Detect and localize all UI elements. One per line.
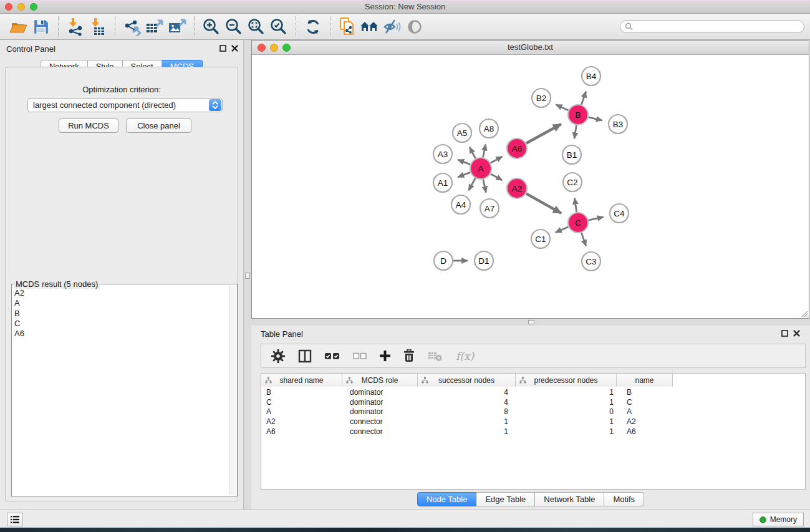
graph-edge-A-A1[interactable]	[458, 172, 470, 177]
export-image-icon[interactable]	[166, 16, 188, 38]
column-header-MCDS-role[interactable]: MCDS role	[342, 374, 418, 387]
graph-edge-A6-B[interactable]	[526, 124, 561, 143]
tab-node-table[interactable]: Node Table	[417, 492, 477, 506]
home-view-icon[interactable]	[359, 16, 381, 38]
refresh-layout-icon[interactable]	[302, 16, 324, 38]
export-table-icon[interactable]	[143, 16, 166, 38]
resize-grip-icon[interactable]	[801, 310, 808, 317]
graph-edge-A2-C[interactable]	[526, 193, 561, 213]
table-row[interactable]: A2connector11A2	[261, 417, 805, 427]
table-cell: 1	[516, 388, 617, 397]
settings-gear-icon[interactable]	[271, 349, 285, 363]
float-panel-icon[interactable]	[781, 330, 788, 337]
table-cell: 4	[418, 388, 516, 397]
show-all-icon[interactable]	[403, 16, 426, 38]
tab-motifs[interactable]: Motifs	[604, 492, 644, 506]
result-item[interactable]: A6	[14, 329, 228, 339]
export-network-icon[interactable]	[121, 16, 143, 38]
result-scrollbar[interactable]	[229, 286, 236, 495]
import-table-icon[interactable]	[87, 16, 109, 38]
table-cell: 1	[516, 417, 617, 426]
table-row[interactable]: Cdominator41C	[261, 397, 805, 407]
graph-edge-C-C4[interactable]	[589, 217, 604, 220]
graph-node-label: C1	[535, 235, 546, 244]
tab-network-table[interactable]: Network Table	[535, 492, 604, 506]
delete-column-icon[interactable]	[403, 349, 415, 362]
network-canvas[interactable]: AA6A2BCA5A8A3A1A4A7B2B4B3B1C2C4C1C3DD1	[252, 55, 809, 318]
task-history-button[interactable]	[7, 513, 23, 526]
import-network-icon[interactable]	[64, 16, 87, 38]
add-column-icon[interactable]	[380, 351, 390, 361]
network-view-window: testGlobe.txt AA6A2BCA5A8A3A1A4A7B2B4B3B…	[251, 40, 809, 319]
table-row[interactable]: Adominator80A	[261, 407, 805, 417]
graph-edge-C-C1[interactable]	[556, 227, 569, 233]
run-mcds-button[interactable]: Run MCDS	[59, 118, 118, 133]
function-builder-icon: f(x)	[456, 350, 474, 362]
graph-edge-A-A3[interactable]	[458, 160, 470, 164]
splitter-grip[interactable]	[528, 320, 534, 324]
table-cell: A2	[617, 417, 673, 426]
tab-edge-table[interactable]: Edge Table	[476, 492, 535, 506]
zoom-selected-icon[interactable]	[268, 16, 290, 38]
graph-edge-A-A2[interactable]	[491, 174, 503, 180]
graph-edge-B-B1[interactable]	[574, 125, 576, 139]
table-cell: 4	[418, 398, 516, 407]
table-cell: A	[617, 407, 673, 416]
table-cell: 0	[516, 407, 617, 416]
close-panel-button[interactable]: Close panel	[126, 118, 191, 133]
zoom-in-icon[interactable]	[200, 16, 223, 38]
mcds-result-box: MCDS result (5 nodes) A2ABCA6	[11, 284, 238, 496]
result-item[interactable]: A2	[14, 288, 228, 298]
graph-edge-A-A5[interactable]	[470, 147, 476, 158]
select-all-check-icon[interactable]	[325, 352, 340, 360]
memory-button[interactable]: Memory	[753, 513, 804, 526]
table-row[interactable]: A6connector11A6	[261, 427, 805, 437]
zoom-out-icon[interactable]	[223, 16, 245, 38]
table-cell: 8	[418, 407, 516, 416]
graph-edge-C-C2[interactable]	[575, 198, 577, 212]
search-input[interactable]	[620, 20, 804, 33]
open-session-icon[interactable]	[7, 16, 30, 38]
vertical-splitter[interactable]	[244, 40, 251, 510]
float-panel-icon[interactable]	[219, 45, 226, 52]
graph-node-label: B3	[613, 120, 624, 129]
hide-selected-icon[interactable]	[381, 16, 403, 38]
result-item[interactable]: B	[14, 309, 228, 319]
new-network-from-selection-icon[interactable]	[336, 16, 359, 38]
graph-edge-A-A4[interactable]	[469, 178, 476, 190]
graph-node-label: C	[575, 218, 581, 228]
list-icon	[11, 516, 19, 523]
graph-edge-A-A7[interactable]	[483, 180, 486, 193]
graph-edge-B-B4[interactable]	[581, 92, 586, 105]
attribute-type-icon	[422, 377, 428, 384]
graph-edge-A-A6[interactable]	[491, 157, 503, 163]
close-panel-icon[interactable]	[793, 330, 800, 337]
horizontal-splitter[interactable]	[251, 319, 810, 326]
graph-edge-C-C3[interactable]	[581, 233, 586, 246]
splitter-grip[interactable]	[245, 273, 250, 279]
zoom-fit-icon[interactable]	[245, 16, 268, 38]
table-row[interactable]: Bdominator41B	[261, 387, 805, 397]
result-item[interactable]: A	[14, 298, 228, 308]
criterion-select[interactable]: largest connected component (directed)	[27, 98, 223, 112]
column-header-name[interactable]: name	[617, 374, 673, 387]
table-cell: C	[617, 398, 673, 407]
close-panel-icon[interactable]	[231, 45, 238, 52]
column-header-shared-name[interactable]: shared name	[261, 374, 342, 387]
column-selector-icon[interactable]	[298, 349, 312, 363]
graph-edge-B-B3[interactable]	[589, 117, 602, 120]
column-header-successor-nodes[interactable]: successor nodes	[418, 374, 516, 387]
control-panel: Control Panel NetworkStyleSelectMCDS Opt…	[0, 40, 244, 510]
attribute-type-icon	[265, 377, 272, 384]
toolbar-separator	[296, 16, 296, 37]
column-header-predecessor-nodes[interactable]: predecessor nodes	[516, 374, 617, 387]
graph-node-label: A7	[485, 204, 495, 213]
table-toolbar: f(x)	[261, 344, 806, 368]
result-item[interactable]: C	[14, 319, 228, 329]
graph-edge-A-A8[interactable]	[483, 144, 486, 157]
graph-edge-B-B2[interactable]	[556, 105, 569, 110]
graph-node-label: A4	[456, 200, 466, 210]
save-session-icon[interactable]	[30, 16, 52, 38]
deselect-all-icon[interactable]	[353, 352, 367, 360]
memory-status-icon	[759, 516, 766, 523]
